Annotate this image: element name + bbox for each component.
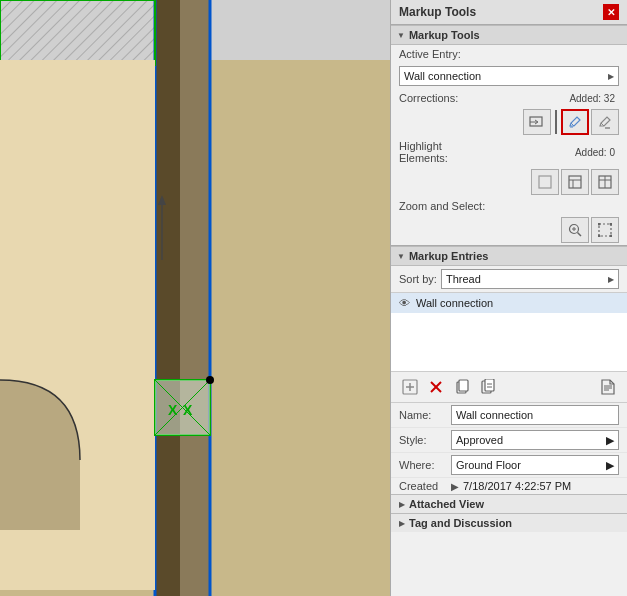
active-entry-arrow: ▶	[608, 72, 614, 81]
detail-section: Name: Wall connection Style: Approved ▶ …	[391, 403, 627, 494]
highlight-added: Added: 0	[575, 147, 619, 158]
svg-line-22	[577, 117, 580, 120]
svg-rect-3	[0, 0, 155, 60]
created-row: Created ▶ 7/18/2017 4:22:57 PM	[391, 478, 627, 494]
panel-body: ▼ Markup Tools Active Entry: Wall connec…	[391, 25, 627, 596]
style-dropdown[interactable]: Approved ▶	[451, 430, 619, 450]
active-entry-value-row: Wall connection ▶	[391, 63, 627, 89]
name-label: Name:	[399, 409, 447, 421]
drawing-area: X X	[0, 0, 390, 596]
markup-tools-section-title: Markup Tools	[409, 29, 480, 41]
date-play-button[interactable]: ▶	[451, 481, 459, 492]
highlight-btn2[interactable]	[561, 169, 589, 195]
style-arrow: ▶	[606, 434, 614, 447]
created-label: Created	[399, 480, 447, 492]
svg-text:X: X	[168, 402, 178, 418]
zoom-select-label: Zoom and Select:	[399, 200, 485, 212]
entries-toolbar	[391, 372, 627, 403]
where-arrow: ▶	[606, 459, 614, 472]
markup-tools-section-header: ▼ Markup Tools	[391, 25, 627, 45]
where-label: Where:	[399, 459, 447, 471]
svg-point-41	[598, 235, 601, 238]
style-row: Style: Approved ▶	[391, 428, 627, 453]
panel-header: Markup Tools ✕	[391, 0, 627, 25]
active-entry-text: Wall connection	[404, 70, 481, 82]
svg-point-39	[598, 223, 601, 226]
corrections-added: Added: 32	[569, 93, 619, 104]
svg-rect-5	[180, 0, 210, 596]
markup-entries-section: ▼ Markup Entries Sort by: Thread ▶ 👁 Wal…	[391, 245, 627, 403]
doc-entry-button[interactable]	[597, 376, 619, 398]
where-value: Ground Floor	[456, 459, 521, 471]
svg-rect-51	[485, 379, 494, 391]
corrections-label: Corrections:	[399, 92, 458, 104]
svg-text:X: X	[183, 402, 193, 418]
delete-entry-button[interactable]	[425, 376, 447, 398]
svg-point-40	[610, 223, 613, 226]
attached-view-row[interactable]: ▶ Attached View	[391, 494, 627, 513]
divider	[555, 110, 557, 134]
sortby-label: Sort by:	[399, 273, 437, 285]
corrections-btn1[interactable]	[523, 109, 551, 135]
paste-entry-button[interactable]	[477, 376, 499, 398]
active-entry-row: Active Entry:	[391, 45, 627, 63]
svg-rect-49	[459, 380, 468, 391]
highlight-btn3[interactable]	[591, 169, 619, 195]
sortby-value: Thread	[446, 273, 481, 285]
tag-discussion-title: Tag and Discussion	[409, 517, 512, 529]
eye-icon: 👁	[399, 297, 410, 309]
tag-discussion-row[interactable]: ▶ Tag and Discussion	[391, 513, 627, 532]
corrections-btn3[interactable]	[591, 109, 619, 135]
svg-rect-28	[569, 176, 581, 188]
panel-title: Markup Tools	[399, 5, 476, 19]
panel-close-button[interactable]: ✕	[603, 4, 619, 20]
entry-label: Wall connection	[416, 297, 493, 309]
highlight-label: HighlightElements:	[399, 140, 448, 164]
copy-entry-button[interactable]	[451, 376, 473, 398]
svg-point-18	[206, 376, 214, 384]
svg-rect-38	[599, 224, 611, 236]
where-dropdown[interactable]: Ground Floor ▶	[451, 455, 619, 475]
active-entry-label: Active Entry:	[399, 48, 461, 60]
corrections-btn2[interactable]	[561, 109, 589, 135]
attached-view-arrow: ▶	[399, 500, 405, 509]
sortby-dropdown[interactable]: Thread ▶	[441, 269, 619, 289]
markup-entries-header: ▼ Markup Entries	[391, 246, 627, 266]
style-value: Approved	[456, 434, 503, 446]
name-row: Name: Wall connection	[391, 403, 627, 428]
add-entry-button[interactable]	[399, 376, 421, 398]
where-row: Where: Ground Floor ▶	[391, 453, 627, 478]
entries-list: 👁 Wall connection	[391, 292, 627, 372]
sortby-row: Sort by: Thread ▶	[391, 266, 627, 292]
markup-tools-panel: Markup Tools ✕ ▼ Markup Tools Active Ent…	[390, 0, 627, 596]
name-input[interactable]: Wall connection	[451, 405, 619, 425]
highlight-btn1[interactable]	[531, 169, 559, 195]
sortby-arrow: ▶	[608, 275, 614, 284]
svg-line-25	[607, 117, 610, 120]
zoom-select-row: Zoom and Select:	[391, 197, 627, 215]
tag-discussion-arrow: ▶	[399, 519, 405, 528]
created-date: 7/18/2017 4:22:57 PM	[463, 480, 571, 492]
attached-view-title: Attached View	[409, 498, 484, 510]
active-entry-dropdown[interactable]: Wall connection ▶	[399, 66, 619, 86]
svg-rect-4	[155, 0, 180, 596]
svg-rect-27	[539, 176, 551, 188]
svg-point-42	[610, 235, 613, 238]
style-label: Style:	[399, 434, 447, 446]
name-value: Wall connection	[456, 409, 533, 421]
select-btn[interactable]	[591, 217, 619, 243]
section-arrow: ▼	[397, 31, 405, 40]
entries-arrow: ▼	[397, 252, 405, 261]
markup-entries-title: Markup Entries	[409, 250, 488, 262]
zoom-btn[interactable]	[561, 217, 589, 243]
list-item[interactable]: 👁 Wall connection	[391, 293, 627, 313]
svg-line-35	[578, 233, 582, 237]
